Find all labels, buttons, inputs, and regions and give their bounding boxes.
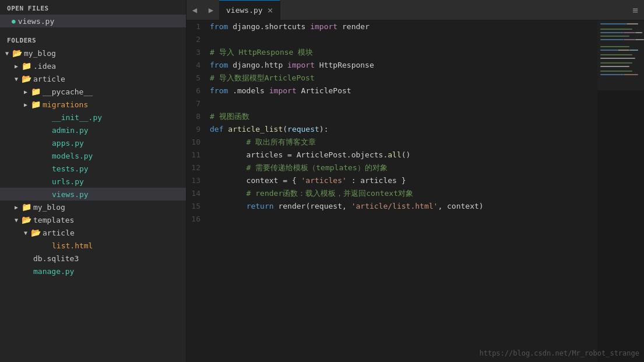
token-punc: , context): [438, 202, 483, 210]
code-editor[interactable]: 1from django.shortcuts import render2 3#…: [186, 20, 597, 362]
arrow-pycache: [21, 89, 30, 95]
token-kw: def: [210, 125, 223, 133]
open-file-label: views.py: [18, 17, 55, 26]
folder-closed-icon-my-blog: 📁: [21, 202, 31, 212]
tree-item-init[interactable]: __init__.py: [0, 111, 186, 124]
tree-item-templates[interactable]: 📂 templates: [0, 213, 186, 226]
token-punc: [210, 202, 247, 210]
folder-open-icon-templates: 📂: [21, 215, 31, 224]
line-content-13: context = { 'articles' : articles }: [210, 174, 597, 187]
line-number-16: 16: [186, 213, 210, 226]
tree-label-my-blog-inner: my_blog: [33, 203, 65, 212]
arrow-idea: [12, 63, 21, 69]
tree-item-tests[interactable]: tests.py: [0, 162, 186, 175]
open-files-section: OPEN FILES ● views.py: [0, 0, 186, 30]
tab-views-py[interactable]: views.py ×: [219, 0, 280, 20]
folders-label: FOLDERS: [0, 32, 186, 47]
top-bar: ◀ ▶ views.py × ≡: [186, 0, 644, 20]
forward-button[interactable]: ▶: [203, 0, 219, 20]
line-number-5: 5: [186, 72, 210, 85]
tree-label-tests: tests.py: [52, 164, 89, 173]
line-number-11: 11: [186, 149, 210, 161]
line-content-2: [210, 33, 597, 46]
tree-item-apps[interactable]: apps.py: [0, 136, 186, 149]
code-line-11: 11 articles = ArticlePost.objects.all(): [186, 149, 597, 161]
line-content-5: # 导入数据模型ArticlePost: [210, 72, 597, 85]
token-str: 'article/list.html': [351, 202, 438, 210]
tree-label-urls: urls.py: [52, 177, 84, 186]
code-table: 1from django.shortcuts import render2 3#…: [186, 20, 597, 226]
code-line-15: 15 return render(request, 'article/list.…: [186, 200, 597, 213]
token-punc: ):: [319, 125, 329, 133]
code-line-14: 14 # render函数：载入模板，并返回context对象: [186, 187, 597, 200]
minimap: [597, 20, 644, 362]
tree-item-article[interactable]: 📂 article: [0, 72, 186, 85]
token-func: article_list: [228, 125, 283, 133]
tree-item-my-blog-inner[interactable]: 📁 my_blog: [0, 201, 186, 213]
tree-item-manage[interactable]: manage.py: [0, 265, 186, 277]
line-content-10: # 取出所有博客文章: [210, 136, 597, 149]
line-content-1: from django.shortcuts import render: [210, 20, 597, 33]
menu-icon[interactable]: ≡: [627, 0, 644, 20]
line-number-13: 13: [186, 174, 210, 187]
arrow-article-tmpl: [21, 230, 30, 236]
tree-label-db: db.sqlite3: [33, 254, 79, 263]
token-punc: HttpResponse: [315, 61, 374, 69]
code-line-4: 4from django.http import HttpResponse: [186, 59, 597, 72]
tree-label-list-html: list.html: [52, 241, 93, 250]
tree-item-my-blog-root[interactable]: 📂 my_blog: [0, 47, 186, 59]
code-line-3: 3# 导入 HttpResponse 模块: [186, 46, 597, 59]
tree-label-apps: apps.py: [52, 139, 84, 147]
line-content-3: # 导入 HttpResponse 模块: [210, 46, 597, 59]
editor-area: ◀ ▶ views.py × ≡ 1from django.shortcuts …: [186, 0, 644, 362]
line-number-7: 7: [186, 97, 210, 110]
token-kw2: import: [310, 22, 337, 31]
line-number-15: 15: [186, 200, 210, 213]
back-button[interactable]: ◀: [186, 0, 203, 20]
tree-item-views[interactable]: views.py: [0, 188, 186, 201]
tree-label-pycache: __pycache__: [43, 87, 93, 96]
tree-label-article-tmpl: article: [43, 229, 75, 237]
tree-item-db-sqlite3[interactable]: db.sqlite3: [0, 252, 186, 265]
code-line-13: 13 context = { 'articles' : articles }: [186, 174, 597, 187]
tree-item-list-html[interactable]: list.html: [0, 239, 186, 252]
line-content-15: return render(request, 'article/list.htm…: [210, 200, 597, 213]
code-line-5: 5# 导入数据模型ArticlePost: [186, 72, 597, 85]
token-kw: return: [247, 202, 274, 210]
line-content-14: # render函数：载入模板，并返回context对象: [210, 187, 597, 200]
tree-item-admin[interactable]: admin.py: [0, 124, 186, 136]
code-line-1: 1from django.shortcuts import render: [186, 20, 597, 33]
tree-label-views: views.py: [52, 190, 89, 199]
arrow-migrations: [21, 101, 30, 108]
token-kw2: import: [287, 61, 315, 69]
line-content-9: def article_list(request):: [210, 123, 597, 136]
token-comment: # 取出所有博客文章: [210, 138, 316, 146]
line-number-3: 3: [186, 46, 210, 59]
tree-item-idea[interactable]: 📁 .idea: [0, 59, 186, 72]
tree-label-admin: admin.py: [52, 126, 89, 135]
token-punc: django.shortcuts: [228, 22, 310, 31]
tree-item-models[interactable]: models.py: [0, 149, 186, 162]
tree-item-pycache[interactable]: 📁 __pycache__: [0, 85, 186, 98]
line-number-9: 9: [186, 123, 210, 136]
token-param: request: [287, 125, 319, 133]
folder-closed-icon-migrations: 📁: [30, 100, 41, 109]
open-files-label: OPEN FILES: [0, 0, 186, 15]
tree-item-migrations[interactable]: 📁 migrations: [0, 98, 186, 111]
open-file-views-py[interactable]: ● views.py: [0, 15, 186, 27]
code-body: 1from django.shortcuts import render2 3#…: [186, 20, 597, 226]
tree-label-init: __init__.py: [52, 113, 102, 122]
tree-item-urls[interactable]: urls.py: [0, 175, 186, 188]
line-number-4: 4: [186, 59, 210, 72]
tree-item-article-tmpl[interactable]: 📂 article: [0, 226, 186, 239]
tree-label-models: models.py: [52, 152, 93, 160]
arrow-my-blog-inner: [12, 204, 21, 210]
token-kw: from: [210, 61, 228, 69]
token-punc: render(request,: [274, 202, 351, 210]
editor-content: 1from django.shortcuts import render2 3#…: [186, 20, 644, 362]
token-comment: # 导入 HttpResponse 模块: [210, 48, 313, 57]
line-number-10: 10: [186, 136, 210, 149]
token-punc: (): [402, 150, 411, 159]
tab-close-button[interactable]: ×: [268, 5, 273, 16]
line-content-12: # 需要传递给模板（templates）的对象: [210, 161, 597, 174]
